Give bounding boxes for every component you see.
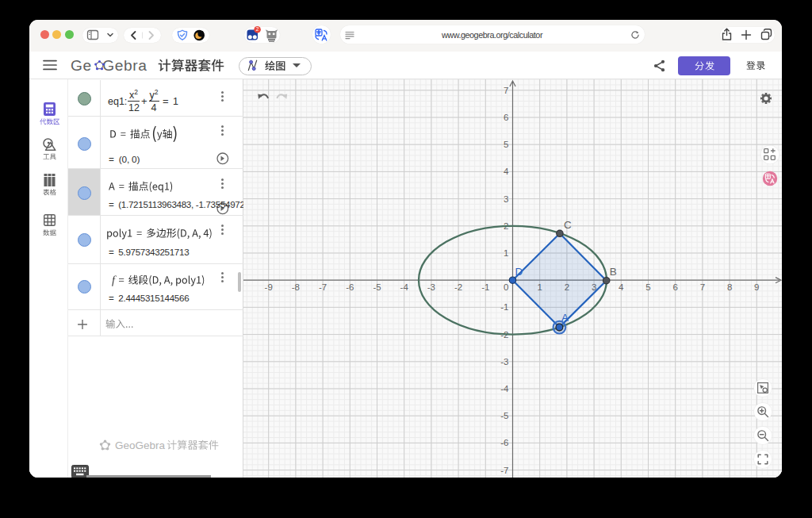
svg-text:8: 8 [727,282,732,292]
svg-text:-7: -7 [500,466,508,475]
svg-text:-4: -4 [400,282,409,292]
svg-text:4: 4 [619,282,624,292]
svg-text:-2: -2 [454,282,462,292]
svg-text:7: 7 [700,282,705,292]
svg-text:6: 6 [504,113,508,122]
svg-text:5: 5 [645,282,650,292]
svg-text:9: 9 [754,282,759,292]
svg-text:2: 2 [255,26,259,32]
svg-text:A: A [561,312,569,324]
svg-text:3: 3 [504,194,508,204]
svg-text:4: 4 [504,167,509,176]
svg-text:D: D [515,266,523,278]
svg-text:B: B [610,266,617,278]
svg-text:6: 6 [672,282,677,292]
svg-text:1: 1 [504,248,508,258]
svg-text:-8: -8 [292,282,300,292]
svg-text:C: C [564,219,572,231]
svg-text:-7: -7 [319,282,327,292]
svg-text:7: 7 [504,86,508,95]
svg-text:-3: -3 [500,357,508,366]
svg-text:-4: -4 [500,384,509,393]
svg-text:-5: -5 [373,282,381,292]
svg-text:5: 5 [504,140,508,149]
svg-text:-3: -3 [427,282,435,292]
svg-text:-9: -9 [265,282,273,292]
svg-text:0: 0 [504,282,508,292]
svg-text:-6: -6 [500,438,508,447]
svg-text:-1: -1 [481,282,489,292]
svg-text:-6: -6 [346,282,354,292]
svg-text:-1: -1 [500,302,508,312]
svg-text:-5: -5 [500,411,508,420]
